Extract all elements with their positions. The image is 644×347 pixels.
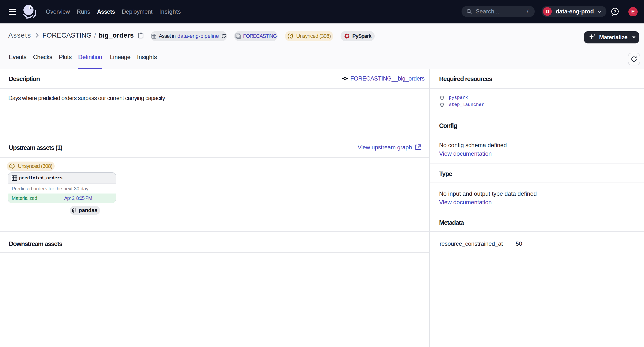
svg-text:?: ? bbox=[614, 9, 616, 14]
svg-text:Materialize: Materialize bbox=[599, 34, 628, 40]
